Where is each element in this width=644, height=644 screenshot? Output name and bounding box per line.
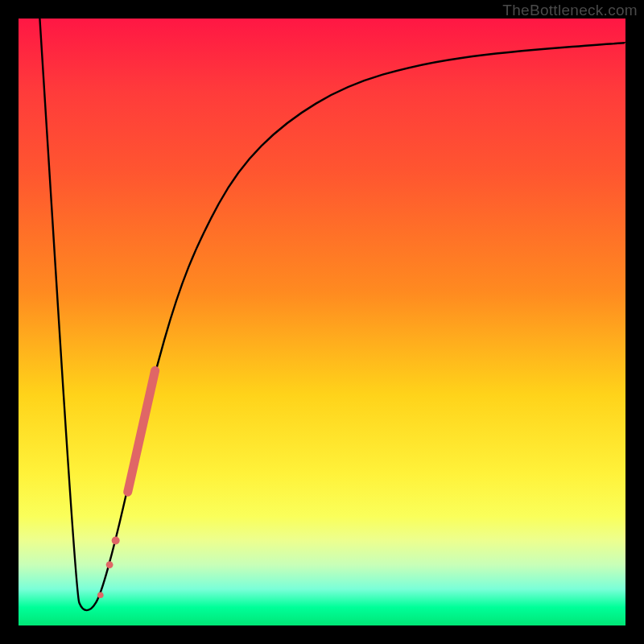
bottleneck-curve [39, 19, 625, 610]
chart-svg [19, 19, 625, 625]
marker-dot [106, 561, 114, 568]
marker-dot [97, 592, 104, 599]
watermark-text: TheBottleneck.com [502, 2, 638, 19]
marker-dot [112, 536, 120, 544]
plot-area [19, 19, 625, 625]
marker-segment [128, 370, 155, 492]
chart-frame: TheBottleneck.com [0, 0, 644, 644]
